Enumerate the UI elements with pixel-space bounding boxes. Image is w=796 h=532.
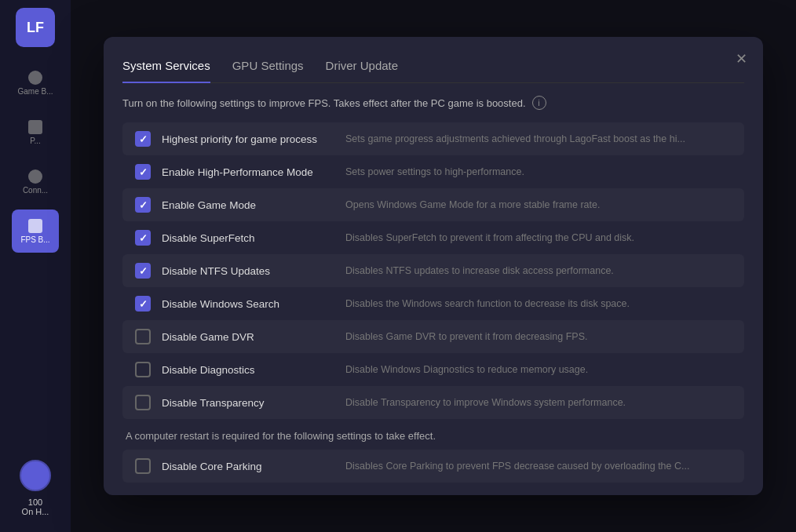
checkbox-core-parking[interactable] — [135, 458, 151, 474]
checkbox-windows-search[interactable]: ✓ — [135, 296, 151, 312]
sidebar-item-label: FPS B... — [20, 235, 49, 244]
tab-gpu-settings[interactable]: GPU Settings — [232, 53, 304, 83]
info-icon: i — [532, 96, 546, 110]
setting-desc-ntfs-updates: Disables NTFS updates to increase disk a… — [345, 265, 732, 276]
sidebar: LF Game B... P... Conn... FPS B... 100 O… — [0, 0, 71, 532]
setting-row-diagnostics[interactable]: Disable Diagnostics Disable Windows Diag… — [122, 353, 744, 386]
dialog-body: Turn on the following settings to improv… — [104, 83, 763, 495]
setting-row-windows-search[interactable]: ✓ Disable Windows Search Disables the Wi… — [122, 287, 744, 320]
info-description: Turn on the following settings to improv… — [122, 97, 526, 109]
checkmark-icon: ✓ — [139, 265, 148, 277]
setting-label-game-mode: Enable Game Mode — [162, 199, 334, 211]
tab-system-services[interactable]: System Services — [122, 53, 210, 83]
close-button[interactable]: ✕ — [730, 48, 752, 70]
setting-label-ntfs-updates: Disable NTFS Updates — [162, 265, 334, 277]
checkbox-transparency[interactable] — [135, 395, 151, 410]
checkbox-game-mode[interactable]: ✓ — [135, 197, 151, 213]
setting-label-superfetch: Disable SuperFetch — [162, 232, 334, 244]
checkmark-icon: ✓ — [139, 199, 148, 211]
setting-desc-transparency: Disable Transparency to improve Windows … — [345, 397, 732, 408]
setting-label-windows-search: Disable Windows Search — [162, 298, 334, 310]
setting-row-game-dvr[interactable]: Disable Game DVR Disables Game DVR to pr… — [122, 320, 744, 353]
setting-desc-diagnostics: Disable Windows Diagnostics to reduce me… — [345, 364, 732, 375]
checkbox-high-perf-mode[interactable]: ✓ — [135, 164, 151, 180]
checkbox-game-dvr[interactable] — [135, 329, 151, 344]
setting-desc-superfetch: Disables SuperFetch to prevent it from a… — [345, 232, 732, 243]
setting-desc-high-perf-mode: Sets power settings to high-performance. — [345, 166, 732, 177]
info-text-row: Turn on the following settings to improv… — [122, 96, 744, 110]
checkmark-icon: ✓ — [139, 166, 148, 178]
dialog-overlay: ✕ System Services GPU Settings Driver Up… — [71, 0, 796, 532]
setting-label-transparency: Disable Transparency — [162, 397, 334, 409]
setting-label-diagnostics: Disable Diagnostics — [162, 364, 334, 376]
setting-desc-highest-priority: Sets game progress adjustments achieved … — [345, 133, 732, 144]
main-content: ✕ System Services GPU Settings Driver Up… — [71, 0, 796, 532]
dialog-header: ✕ System Services GPU Settings Driver Up… — [104, 37, 763, 83]
setting-row-superfetch[interactable]: ✓ Disable SuperFetch Disables SuperFetch… — [122, 221, 744, 254]
tab-bar: System Services GPU Settings Driver Upda… — [122, 53, 744, 83]
fps-boost-icon — [28, 219, 42, 233]
checkbox-diagnostics[interactable] — [135, 362, 151, 377]
sidebar-item-label: Game B... — [17, 87, 53, 96]
checkmark-icon: ✓ — [139, 133, 148, 145]
setting-row-transparency[interactable]: Disable Transparency Disable Transparenc… — [122, 386, 744, 419]
setting-label-game-dvr: Disable Game DVR — [162, 331, 334, 343]
setting-desc-windows-search: Disables the Windows search function to … — [345, 298, 732, 309]
checkmark-icon: ✓ — [139, 232, 148, 244]
setting-row-game-mode[interactable]: ✓ Enable Game Mode Opens Windows Game Mo… — [122, 188, 744, 221]
setting-desc-game-dvr: Disables Game DVR to prevent it from dec… — [345, 331, 732, 342]
game-boost-icon — [28, 71, 42, 85]
sidebar-item-fps-boost[interactable]: FPS B... — [12, 210, 59, 253]
setting-row-high-perf-mode[interactable]: ✓ Enable High-Performance Mode Sets powe… — [122, 155, 744, 188]
score-badge: 100 On H... — [22, 497, 49, 516]
tab-driver-update[interactable]: Driver Update — [326, 53, 399, 83]
setting-label-core-parking: Disable Core Parking — [162, 461, 334, 472]
setting-row-core-parking[interactable]: Disable Core Parking Disables Core Parki… — [122, 450, 744, 483]
restart-settings-list: Disable Core Parking Disables Core Parki… — [122, 450, 744, 483]
app-logo: LF — [16, 8, 55, 47]
setting-desc-core-parking: Disables Core Parking to prevent FPS dec… — [345, 461, 732, 472]
sidebar-item-game-boost[interactable]: Game B... — [12, 61, 59, 104]
sidebar-item-connection[interactable]: Conn... — [12, 160, 59, 203]
setting-row-ntfs-updates[interactable]: ✓ Disable NTFS Updates Disables NTFS upd… — [122, 254, 744, 287]
system-services-dialog: ✕ System Services GPU Settings Driver Up… — [104, 37, 763, 495]
sidebar-item-platform[interactable]: P... — [12, 111, 59, 154]
sidebar-item-label: P... — [30, 137, 41, 145]
platform-icon — [28, 120, 42, 134]
checkbox-ntfs-updates[interactable]: ✓ — [135, 263, 151, 279]
setting-desc-game-mode: Opens Windows Game Mode for a more stabl… — [345, 199, 732, 210]
setting-label-highest-priority: Highest priority for game process — [162, 133, 334, 145]
sidebar-bottom: 100 On H... — [20, 460, 51, 524]
settings-list: ✓ Highest priority for game process Sets… — [122, 122, 744, 419]
app-background: LF Game B... P... Conn... FPS B... 100 O… — [0, 0, 796, 532]
restart-section-label: A computer restart is required for the f… — [122, 430, 744, 442]
checkbox-superfetch[interactable]: ✓ — [135, 230, 151, 246]
connection-icon — [28, 169, 42, 184]
setting-label-high-perf-mode: Enable High-Performance Mode — [162, 166, 334, 178]
sidebar-item-label: Conn... — [23, 186, 48, 195]
avatar[interactable] — [20, 460, 51, 491]
setting-row-highest-priority[interactable]: ✓ Highest priority for game process Sets… — [122, 122, 744, 155]
checkmark-icon: ✓ — [139, 298, 148, 310]
checkbox-highest-priority[interactable]: ✓ — [135, 131, 151, 147]
